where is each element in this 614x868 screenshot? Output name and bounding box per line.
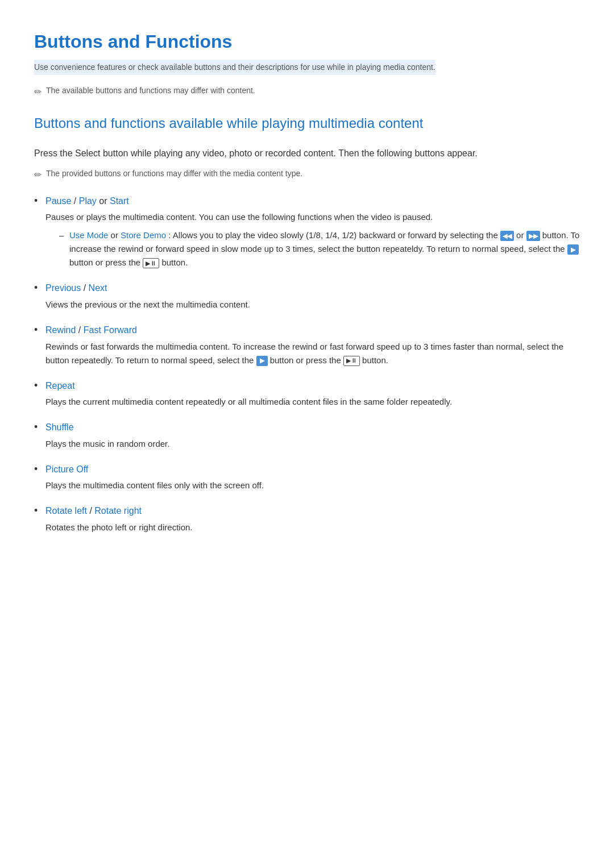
desc-previous-next: Views the previous or the next the multi…	[45, 298, 580, 312]
link-next[interactable]: Next	[89, 283, 107, 293]
link-store-demo[interactable]: Store Demo	[121, 230, 166, 240]
ff-btn-icon: ▶▶	[526, 231, 540, 241]
bullet-title-picture-off: Picture Off	[45, 462, 580, 477]
pencil-icon: ✏	[34, 85, 42, 99]
bullet-title-previous-next: Previous / Next	[45, 281, 580, 296]
link-pause[interactable]: Pause	[45, 196, 71, 206]
note-media-type: ✏ The provided buttons or functions may …	[34, 167, 580, 182]
link-start[interactable]: Start	[110, 196, 129, 206]
rewind-btn-icon: ◀◀	[500, 231, 514, 241]
page-subtitle: Use convenience features or check availa…	[34, 60, 435, 74]
bullet-title-pause-play: Pause / Play or Start	[45, 194, 580, 209]
play-btn-icon: ▶	[567, 244, 579, 255]
play-btn-icon-2: ▶	[256, 356, 268, 366]
desc-picture-off: Plays the multimedia content files only …	[45, 479, 580, 492]
list-item-shuffle: Shuffle Plays the music in random order.	[34, 420, 580, 451]
link-previous[interactable]: Previous	[45, 283, 81, 293]
note-available-buttons: ✏ The available buttons and functions ma…	[34, 84, 580, 99]
sub-list-pause-play: Use Mode or Store Demo : Allows you to p…	[45, 229, 580, 269]
link-shuffle[interactable]: Shuffle	[45, 422, 74, 432]
section-title: Buttons and functions available while pl…	[34, 113, 580, 134]
link-rewind[interactable]: Rewind	[45, 325, 76, 335]
link-rotate-right[interactable]: Rotate right	[94, 506, 142, 516]
desc-shuffle: Plays the music in random order.	[45, 437, 580, 451]
link-rotate-left[interactable]: Rotate left	[45, 506, 87, 516]
sub-item-use-mode-text: : Allows you to play the video slowly (1…	[168, 230, 500, 240]
list-item-rewind-ff: Rewind / Fast Forward Rewinds or fast fo…	[34, 323, 580, 367]
desc-repeat: Plays the current multimedia content rep…	[45, 395, 580, 409]
list-item-repeat: Repeat Plays the current multimedia cont…	[34, 379, 580, 409]
list-item-pause-play: Pause / Play or Start Pauses or plays th…	[34, 194, 580, 270]
note-media-type-text: The provided buttons or functions may di…	[46, 167, 302, 180]
play-pause-btn-icon-2: ▶⏸	[343, 356, 360, 366]
bullet-title-rotate: Rotate left / Rotate right	[45, 504, 580, 518]
pencil-icon-2: ✏	[34, 168, 42, 182]
page-title: Buttons and Functions	[34, 27, 580, 56]
desc-rotate: Rotates the photo left or right directio…	[45, 521, 580, 534]
bullet-title-repeat: Repeat	[45, 379, 580, 393]
link-play[interactable]: Play	[79, 196, 97, 206]
list-item-previous-next: Previous / Next Views the previous or th…	[34, 281, 580, 312]
sub-item-use-mode: Use Mode or Store Demo : Allows you to p…	[59, 229, 580, 269]
play-pause-btn-icon: ▶⏸	[143, 258, 159, 268]
note-available-buttons-text: The available buttons and functions may …	[46, 84, 255, 97]
list-item-rotate: Rotate left / Rotate right Rotates the p…	[34, 504, 580, 534]
link-fast-forward[interactable]: Fast Forward	[84, 325, 137, 335]
bullet-title-shuffle: Shuffle	[45, 420, 580, 435]
bullet-title-rewind-ff: Rewind / Fast Forward	[45, 323, 580, 338]
desc-rewind-ff: Rewinds or fast forwards the multimedia …	[45, 340, 580, 367]
link-use-mode[interactable]: Use Mode	[69, 230, 108, 240]
link-repeat[interactable]: Repeat	[45, 381, 75, 391]
section-intro: Press the Select button while playing an…	[34, 146, 580, 161]
main-list: Pause / Play or Start Pauses or plays th…	[34, 194, 580, 534]
link-picture-off[interactable]: Picture Off	[45, 464, 88, 474]
desc-pause-play: Pauses or plays the multimedia content. …	[45, 210, 580, 224]
list-item-picture-off: Picture Off Plays the multimedia content…	[34, 462, 580, 493]
